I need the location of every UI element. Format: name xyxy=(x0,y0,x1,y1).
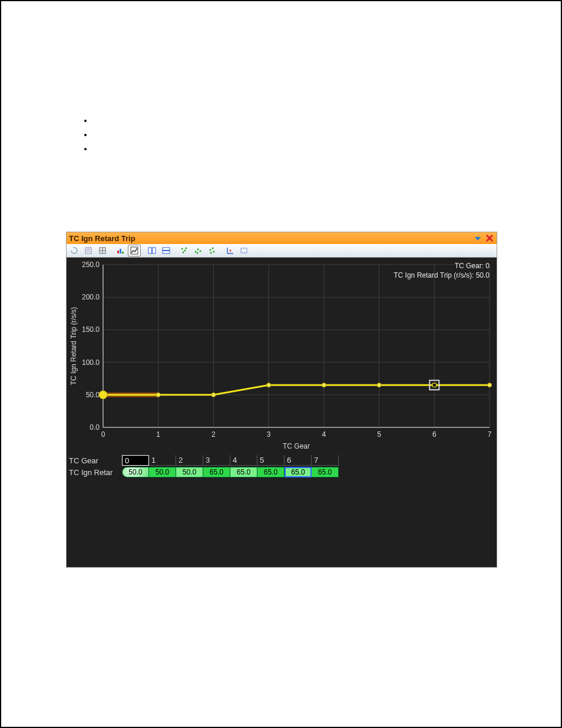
scatter2-icon[interactable] xyxy=(191,245,204,256)
note-icon[interactable] xyxy=(82,245,95,256)
svg-text:100.0: 100.0 xyxy=(82,358,100,367)
svg-point-27 xyxy=(212,248,214,249)
svg-point-20 xyxy=(183,252,184,253)
table-value-cell[interactable]: 50.0 xyxy=(122,467,149,477)
svg-rect-10 xyxy=(117,251,119,253)
table-header-cell[interactable]: 4 xyxy=(230,455,257,466)
table-value-cell[interactable]: 65.0 xyxy=(257,467,285,477)
split-v-icon[interactable] xyxy=(160,245,173,256)
svg-marker-0 xyxy=(475,237,481,241)
svg-point-26 xyxy=(210,249,211,251)
svg-rect-11 xyxy=(120,249,121,253)
table-header-cell[interactable]: 5 xyxy=(257,455,285,466)
svg-text:2: 2 xyxy=(211,430,216,439)
svg-point-29 xyxy=(210,252,212,254)
svg-rect-13 xyxy=(131,247,138,254)
table-header-cell[interactable]: 6 xyxy=(285,455,312,466)
table-header-row: TC Gear 01234567 xyxy=(69,454,495,466)
svg-point-69 xyxy=(322,383,326,387)
svg-point-73 xyxy=(99,391,107,399)
table-value-cell[interactable]: 65.0 xyxy=(285,467,312,477)
chart-overlay: TC Gear: 0 TC Ign Retard Trip (r/s/s): 5… xyxy=(394,261,490,280)
svg-point-67 xyxy=(211,393,216,397)
chart-svg: 0.050.0100.0150.0200.0250.001234567TC Ge… xyxy=(67,258,497,452)
select-icon[interactable] xyxy=(237,245,250,256)
minimize-icon[interactable] xyxy=(473,233,482,243)
svg-text:TC Gear: TC Gear xyxy=(283,442,310,450)
close-icon[interactable] xyxy=(485,233,494,243)
svg-text:200.0: 200.0 xyxy=(82,293,100,301)
bullet-list xyxy=(81,116,92,159)
table-header-cell[interactable]: 1 xyxy=(149,455,176,466)
svg-point-21 xyxy=(186,248,187,249)
axis-icon[interactable] xyxy=(223,245,236,256)
svg-point-28 xyxy=(213,251,215,253)
table-header-cell[interactable]: 0 xyxy=(122,455,149,466)
svg-text:5: 5 xyxy=(377,430,381,439)
svg-point-18 xyxy=(181,248,183,250)
toolbar xyxy=(67,244,497,258)
svg-point-32 xyxy=(230,250,232,252)
table-value-cell[interactable]: 50.0 xyxy=(176,467,203,477)
svg-text:150.0: 150.0 xyxy=(82,325,100,334)
y-row-label: TC Ign Retar xyxy=(69,468,122,477)
svg-rect-12 xyxy=(122,252,124,253)
data-table: TC Gear 01234567 TC Ign Retar 50.050.050… xyxy=(67,452,497,479)
bars-icon[interactable] xyxy=(114,245,127,256)
panel-title: TC Ign Retard Trip xyxy=(69,234,135,243)
chart-area: 0.050.0100.0150.0200.0250.001234567TC Ge… xyxy=(67,258,497,452)
split-h-icon[interactable] xyxy=(146,245,158,256)
table-header-cell[interactable]: 3 xyxy=(203,455,230,466)
chart-icon[interactable] xyxy=(128,245,141,256)
svg-rect-4 xyxy=(85,248,91,253)
svg-text:0.0: 0.0 xyxy=(90,423,100,431)
svg-point-22 xyxy=(195,251,197,253)
table-value-cell[interactable]: 65.0 xyxy=(203,467,230,477)
svg-rect-75 xyxy=(432,383,436,387)
svg-text:4: 4 xyxy=(322,430,326,439)
svg-point-66 xyxy=(156,393,160,397)
refresh-icon[interactable] xyxy=(68,245,81,256)
table-value-row: TC Ign Retar 50.050.050.065.065.065.065.… xyxy=(69,466,495,478)
x-row-label: TC Gear xyxy=(69,456,122,465)
svg-point-24 xyxy=(200,251,201,252)
svg-text:0: 0 xyxy=(101,430,105,439)
overlay-line-1: TC Gear: 0 xyxy=(394,261,490,271)
svg-text:50.0: 50.0 xyxy=(86,391,100,399)
table-value-cell[interactable]: 65.0 xyxy=(312,467,339,477)
scatter3-icon[interactable] xyxy=(206,245,219,256)
svg-rect-33 xyxy=(241,248,247,253)
svg-point-72 xyxy=(488,383,492,387)
svg-text:3: 3 xyxy=(267,430,271,439)
panel-titlebar[interactable]: TC Ign Retard Trip xyxy=(67,232,497,244)
svg-text:250.0: 250.0 xyxy=(82,261,100,269)
svg-text:7: 7 xyxy=(488,430,492,439)
table-header-cell[interactable]: 2 xyxy=(176,455,203,466)
svg-text:6: 6 xyxy=(432,430,437,439)
svg-point-70 xyxy=(377,383,381,387)
table-value-cell[interactable]: 50.0 xyxy=(149,467,176,477)
svg-point-23 xyxy=(197,249,199,251)
svg-point-25 xyxy=(197,252,199,254)
svg-text:1: 1 xyxy=(156,430,160,439)
panel: TC Ign Retard Trip 0.050.0100.0150.0200.… xyxy=(66,232,497,568)
overlay-line-2: TC Ign Retard Trip (r/s/s): 50.0 xyxy=(394,271,490,280)
table-header-cell[interactable]: 7 xyxy=(312,455,339,466)
svg-point-19 xyxy=(184,250,186,252)
scatter1-icon[interactable] xyxy=(177,245,190,256)
grid-icon[interactable] xyxy=(96,245,109,256)
svg-text:TC Ign Retard Trip (r/s/s): TC Ign Retard Trip (r/s/s) xyxy=(70,307,78,386)
svg-point-68 xyxy=(267,383,271,387)
table-value-cell[interactable]: 65.0 xyxy=(230,467,257,477)
